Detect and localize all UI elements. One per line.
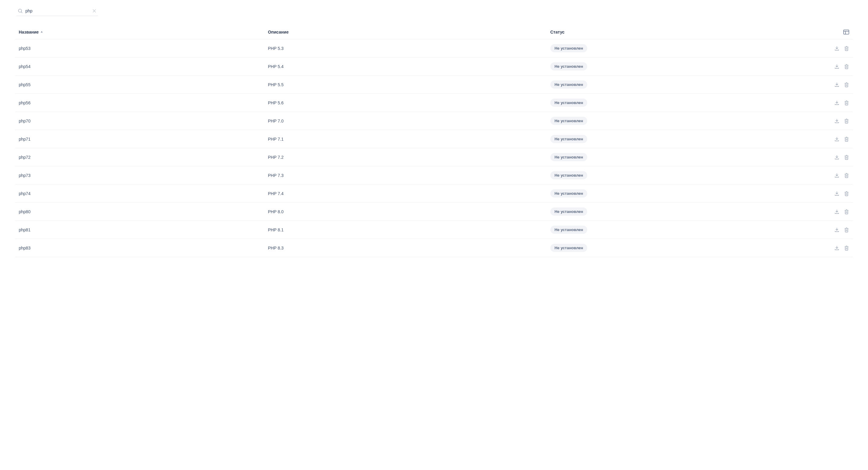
svg-rect-4 [843, 30, 849, 34]
column-header-description[interactable]: Описание [268, 30, 550, 34]
search-input[interactable] [23, 8, 92, 14]
install-icon[interactable] [834, 245, 840, 251]
install-icon[interactable] [834, 46, 840, 51]
sort-asc-icon [40, 31, 43, 33]
table-row: php83 PHP 8.3 Не установлен [15, 239, 853, 257]
status-badge: Не установлен [550, 244, 588, 252]
row-name: php83 [19, 245, 31, 251]
delete-icon[interactable] [844, 173, 849, 178]
delete-icon[interactable] [844, 209, 849, 214]
table-row: php81 PHP 8.1 Не установлен [15, 221, 853, 239]
svg-point-0 [19, 9, 22, 12]
status-badge: Не установлен [550, 207, 588, 216]
delete-icon[interactable] [844, 46, 849, 51]
row-description: PHP 5.6 [268, 100, 283, 105]
row-name: php80 [19, 209, 31, 214]
delete-icon[interactable] [844, 245, 849, 251]
row-name: php54 [19, 64, 31, 69]
status-badge: Не установлен [550, 117, 588, 125]
install-icon[interactable] [834, 64, 840, 69]
table-row: php71 PHP 7.1 Не установлен [15, 130, 853, 148]
install-icon[interactable] [834, 209, 840, 214]
install-icon[interactable] [834, 100, 840, 106]
column-header-name[interactable]: Название [19, 30, 268, 34]
delete-icon[interactable] [844, 154, 849, 160]
install-icon[interactable] [834, 191, 840, 196]
row-description: PHP 7.4 [268, 191, 283, 196]
search-icon [18, 8, 23, 13]
row-name: php74 [19, 191, 31, 196]
status-badge: Не установлен [550, 189, 588, 198]
install-icon[interactable] [834, 118, 840, 124]
table-row: php54 PHP 5.4 Не установлен [15, 57, 853, 76]
status-badge: Не установлен [550, 153, 588, 161]
column-header-status[interactable]: Статус [550, 30, 822, 34]
row-description: PHP 7.2 [268, 155, 283, 160]
delete-icon[interactable] [844, 118, 849, 124]
row-name: php56 [19, 100, 31, 105]
status-badge: Не установлен [550, 226, 588, 234]
install-icon[interactable] [834, 82, 840, 87]
install-icon[interactable] [834, 154, 840, 160]
status-badge: Не установлен [550, 98, 588, 107]
delete-icon[interactable] [844, 191, 849, 196]
install-icon[interactable] [834, 227, 840, 233]
table-row: php72 PHP 7.2 Не установлен [15, 148, 853, 166]
columns-settings-icon[interactable] [843, 29, 849, 35]
column-header-status-label: Статус [550, 30, 564, 34]
column-header-description-label: Описание [268, 30, 289, 34]
status-badge: Не установлен [550, 171, 588, 179]
table-row: php74 PHP 7.4 Не установлен [15, 184, 853, 203]
table-row: php53 PHP 5.3 Не установлен [15, 39, 853, 57]
search-container [16, 6, 98, 16]
delete-icon[interactable] [844, 82, 849, 87]
delete-icon[interactable] [844, 227, 849, 233]
row-description: PHP 5.3 [268, 46, 283, 51]
row-name: php73 [19, 173, 31, 178]
row-description: PHP 5.4 [268, 64, 283, 69]
row-description: PHP 5.5 [268, 82, 283, 87]
clear-search-icon[interactable] [92, 8, 97, 13]
table-row: php80 PHP 8.0 Не установлен [15, 203, 853, 221]
delete-icon[interactable] [844, 100, 849, 106]
row-name: php71 [19, 137, 31, 142]
column-header-name-label: Название [19, 30, 39, 34]
delete-icon[interactable] [844, 137, 849, 142]
status-badge: Не установлен [550, 62, 588, 70]
row-name: php55 [19, 82, 31, 87]
table-row: php56 PHP 5.6 Не установлен [15, 94, 853, 112]
delete-icon[interactable] [844, 64, 849, 69]
row-description: PHP 8.1 [268, 228, 283, 232]
row-description: PHP 7.1 [268, 137, 283, 142]
status-badge: Не установлен [550, 81, 588, 89]
packages-table: Название Описание Статус [15, 25, 853, 257]
row-description: PHP 7.0 [268, 119, 283, 123]
table-header: Название Описание Статус [15, 25, 853, 39]
status-badge: Не установлен [550, 44, 588, 52]
row-name: php72 [19, 155, 31, 160]
install-icon[interactable] [834, 173, 840, 178]
status-badge: Не установлен [550, 135, 588, 143]
table-row: php70 PHP 7.0 Не установлен [15, 112, 853, 130]
table-row: php73 PHP 7.3 Не установлен [15, 166, 853, 184]
table-row: php55 PHP 5.5 Не установлен [15, 76, 853, 94]
row-description: PHP 8.0 [268, 209, 283, 214]
row-description: PHP 8.3 [268, 245, 283, 251]
row-name: php53 [19, 46, 31, 51]
row-description: PHP 7.3 [268, 173, 283, 178]
install-icon[interactable] [834, 137, 840, 142]
row-name: php70 [19, 119, 31, 123]
svg-line-1 [21, 12, 22, 13]
row-name: php81 [19, 228, 31, 232]
